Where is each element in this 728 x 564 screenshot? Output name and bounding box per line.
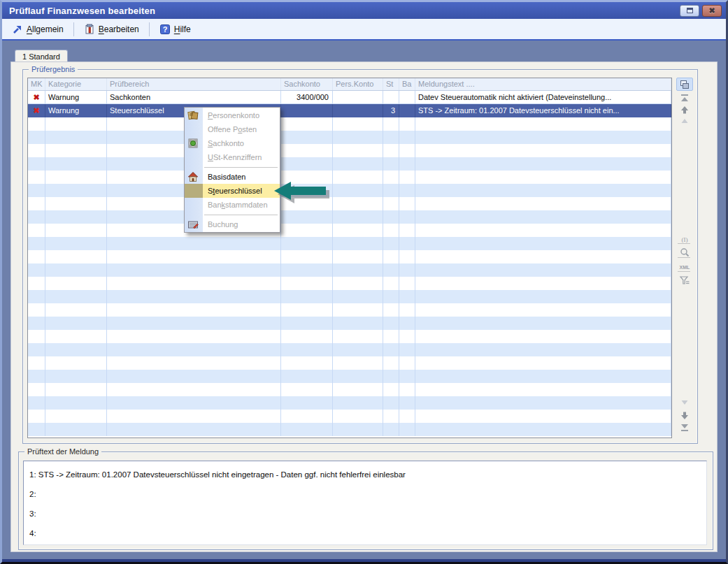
empty-cell	[415, 210, 671, 224]
empty-cell	[107, 410, 281, 423]
table-empty-row[interactable]	[28, 317, 671, 330]
table-empty-row[interactable]	[28, 117, 671, 131]
table-empty-row[interactable]	[28, 290, 671, 303]
empty-cell	[281, 250, 333, 263]
empty-cell	[281, 423, 333, 436]
table-empty-row[interactable]	[28, 210, 671, 224]
toolbar-button-hilfe[interactable]: ?Hilfe	[154, 21, 197, 38]
empty-cell	[45, 343, 107, 356]
empty-cell	[45, 171, 107, 184]
column-header-meldungstext[interactable]: Meldungstext ....	[415, 78, 671, 90]
empty-cell	[107, 250, 281, 263]
column-header-ba[interactable]: Ba	[399, 78, 415, 90]
empty-cell	[107, 343, 281, 356]
table-empty-row[interactable]	[28, 277, 671, 290]
empty-cell	[399, 171, 415, 184]
restore-button[interactable]	[680, 5, 699, 17]
table-row[interactable]: ✖WarnungSachkonten3400/000Datev Steuerau…	[28, 91, 671, 104]
empty-cell	[415, 171, 671, 184]
empty-cell	[45, 131, 107, 144]
row-up-icon[interactable]	[678, 115, 692, 126]
empty-cell	[399, 330, 415, 343]
menu-item-bankstammdaten: Bankstammdaten	[185, 198, 280, 212]
table-row[interactable]: ✖WarnungSteuerschlüssel3STS -> Zeitraum:…	[28, 104, 671, 117]
empty-cell	[383, 237, 399, 250]
copy-grid-icon[interactable]	[676, 78, 693, 91]
column-header-st[interactable]: St	[383, 78, 399, 90]
table-empty-row[interactable]	[28, 171, 671, 184]
empty-cell	[415, 317, 671, 330]
table-empty-row[interactable]	[28, 410, 671, 423]
toolbar-button-allgemein[interactable]: Allgemein	[6, 21, 69, 38]
table-side-toolbar: (I)XML	[674, 78, 695, 438]
column-header-pers-konto[interactable]: Pers.Konto	[333, 78, 383, 90]
empty-cell	[281, 237, 333, 250]
empty-cell	[28, 224, 45, 237]
empty-cell	[383, 144, 399, 157]
table-empty-row[interactable]	[28, 303, 671, 317]
filter-icon[interactable]	[678, 274, 692, 286]
empty-cell	[333, 117, 383, 131]
toolbar-button-bearbeiten[interactable]: Bearbeiten	[78, 21, 145, 38]
table-empty-row[interactable]	[28, 197, 671, 210]
table-empty-row[interactable]	[28, 383, 671, 396]
empty-cell	[399, 277, 415, 290]
menu-item-steuerschl-ssel[interactable]: Steuerschlüssel	[185, 184, 280, 198]
table-empty-row[interactable]	[28, 343, 671, 356]
cell-st	[383, 91, 399, 104]
row-down-icon[interactable]	[678, 396, 692, 408]
column-header-kategorie[interactable]: Kategorie	[45, 78, 107, 90]
empty-cell	[28, 356, 45, 370]
search-icon[interactable]	[678, 246, 692, 258]
empty-cell	[28, 410, 45, 423]
empty-cell	[45, 157, 107, 171]
table-empty-row[interactable]	[28, 263, 671, 277]
scroll-to-bottom-icon[interactable]	[678, 421, 692, 433]
empty-cell	[333, 210, 383, 224]
empty-cell	[399, 396, 415, 410]
scroll-to-top-icon[interactable]	[678, 92, 692, 104]
error-x-icon: ✖	[33, 106, 39, 115]
empty-cell	[28, 157, 45, 171]
empty-cell	[383, 343, 399, 356]
table-empty-row[interactable]	[28, 237, 671, 250]
arrow-up-right-icon	[12, 24, 23, 35]
empty-cell	[45, 117, 107, 131]
table-empty-row[interactable]	[28, 250, 671, 263]
table-empty-row[interactable]	[28, 224, 671, 237]
column-header-sachkonto[interactable]: Sachkonto	[281, 78, 333, 90]
table-empty-row[interactable]	[28, 370, 671, 383]
table-empty-row[interactable]	[28, 184, 671, 197]
scroll-down-icon[interactable]	[678, 410, 692, 421]
tab-page: Prüfergebnis MKKategoriePrüfbereichSachk…	[10, 62, 718, 552]
cell-kategorie: Warnung	[45, 91, 107, 104]
empty-cell	[333, 277, 383, 290]
table-empty-row[interactable]	[28, 356, 671, 370]
title-bar[interactable]: Prüflauf Finanzwesen bearbeiten ✖	[2, 2, 726, 19]
empty-cell	[28, 237, 45, 250]
empty-cell	[333, 370, 383, 383]
table-empty-row[interactable]	[28, 396, 671, 410]
empty-cell	[45, 423, 107, 436]
tab-standard[interactable]: 1 Standard	[15, 50, 68, 62]
svg-text:?: ?	[162, 25, 167, 34]
sachkonto-icon	[187, 138, 199, 149]
scroll-up-icon[interactable]	[678, 103, 692, 115]
empty-cell	[281, 356, 333, 370]
column-header-mk[interactable]: MK	[28, 78, 45, 90]
table-empty-row[interactable]	[28, 157, 671, 171]
table-empty-row[interactable]	[28, 330, 671, 343]
empty-cell	[107, 303, 281, 317]
column-header-pr-fbereich[interactable]: Prüfbereich	[107, 78, 281, 90]
close-button[interactable]: ✖	[702, 5, 722, 17]
menu-item-ust-kennziffern: USt-Kennziffern	[185, 150, 280, 164]
error-x-icon: ✖	[33, 93, 39, 101]
table-empty-row[interactable]	[28, 144, 671, 157]
menu-item-basisdaten[interactable]: Basisdaten	[185, 170, 280, 184]
menu-item-label: Offene Posten	[208, 125, 257, 133]
empty-cell	[281, 330, 333, 343]
table-empty-row[interactable]	[28, 131, 671, 144]
cell-pers-konto	[333, 91, 383, 104]
table-empty-row[interactable]	[28, 423, 671, 436]
empty-cell	[415, 423, 671, 436]
